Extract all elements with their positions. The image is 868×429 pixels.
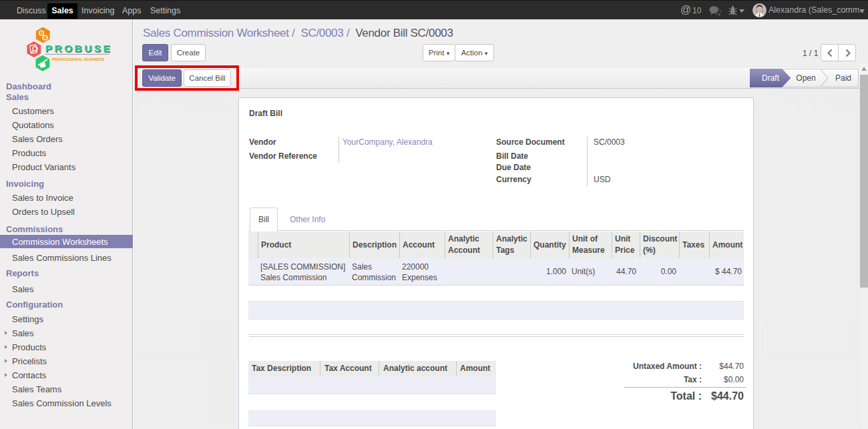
svg-text:PROFESSIONAL BUSINESS: PROFESSIONAL BUSINESS: [52, 57, 105, 61]
svg-text:PROBUSE: PROBUSE: [45, 43, 112, 54]
